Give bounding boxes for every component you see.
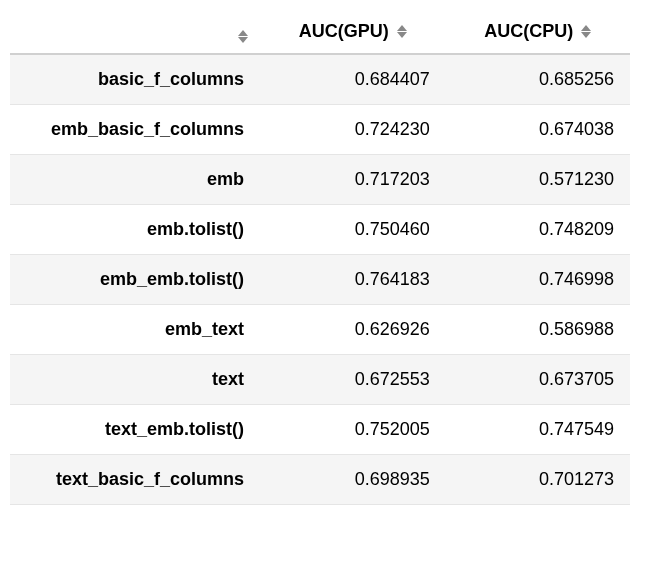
cell-auc-gpu: 0.684407 [260, 54, 446, 105]
header-row: AUC(GPU) AUC(CPU) [10, 10, 630, 54]
table-row: basic_f_columns 0.684407 0.685256 [10, 54, 630, 105]
table-row: emb_text 0.626926 0.586988 [10, 305, 630, 355]
table-row: text 0.672553 0.673705 [10, 355, 630, 405]
cell-auc-cpu: 0.748209 [446, 205, 630, 255]
sort-icon[interactable] [581, 25, 591, 38]
row-header-column[interactable] [10, 10, 260, 54]
row-label: text [10, 355, 260, 405]
row-label: emb_emb.tolist() [10, 255, 260, 305]
column-header-auc-cpu[interactable]: AUC(CPU) [446, 10, 630, 54]
row-label: text_emb.tolist() [10, 405, 260, 455]
row-label: text_basic_f_columns [10, 455, 260, 505]
cell-auc-cpu: 0.746998 [446, 255, 630, 305]
cell-auc-cpu: 0.586988 [446, 305, 630, 355]
row-label: emb_text [10, 305, 260, 355]
table-row: emb_basic_f_columns 0.724230 0.674038 [10, 105, 630, 155]
cell-auc-gpu: 0.750460 [260, 205, 446, 255]
sort-icon[interactable] [397, 25, 407, 38]
data-table: AUC(GPU) AUC(CPU) basic_ [10, 10, 630, 505]
table-body: basic_f_columns 0.684407 0.685256 emb_ba… [10, 54, 630, 505]
row-label: basic_f_columns [10, 54, 260, 105]
column-header-auc-gpu[interactable]: AUC(GPU) [260, 10, 446, 54]
cell-auc-cpu: 0.673705 [446, 355, 630, 405]
table-row: emb_emb.tolist() 0.764183 0.746998 [10, 255, 630, 305]
cell-auc-cpu: 0.747549 [446, 405, 630, 455]
row-label: emb [10, 155, 260, 205]
column-header-label: AUC(CPU) [484, 21, 573, 42]
cell-auc-cpu: 0.701273 [446, 455, 630, 505]
table-row: text_emb.tolist() 0.752005 0.747549 [10, 405, 630, 455]
cell-auc-gpu: 0.717203 [260, 155, 446, 205]
row-label: emb_basic_f_columns [10, 105, 260, 155]
column-header-label: AUC(GPU) [299, 21, 389, 42]
row-label: emb.tolist() [10, 205, 260, 255]
cell-auc-gpu: 0.764183 [260, 255, 446, 305]
cell-auc-gpu: 0.698935 [260, 455, 446, 505]
cell-auc-cpu: 0.685256 [446, 54, 630, 105]
cell-auc-gpu: 0.672553 [260, 355, 446, 405]
cell-auc-gpu: 0.626926 [260, 305, 446, 355]
cell-auc-gpu: 0.724230 [260, 105, 446, 155]
cell-auc-gpu: 0.752005 [260, 405, 446, 455]
table-row: emb 0.717203 0.571230 [10, 155, 630, 205]
sort-icon[interactable] [238, 30, 248, 43]
cell-auc-cpu: 0.674038 [446, 105, 630, 155]
cell-auc-cpu: 0.571230 [446, 155, 630, 205]
table-row: emb.tolist() 0.750460 0.748209 [10, 205, 630, 255]
table-row: text_basic_f_columns 0.698935 0.701273 [10, 455, 630, 505]
